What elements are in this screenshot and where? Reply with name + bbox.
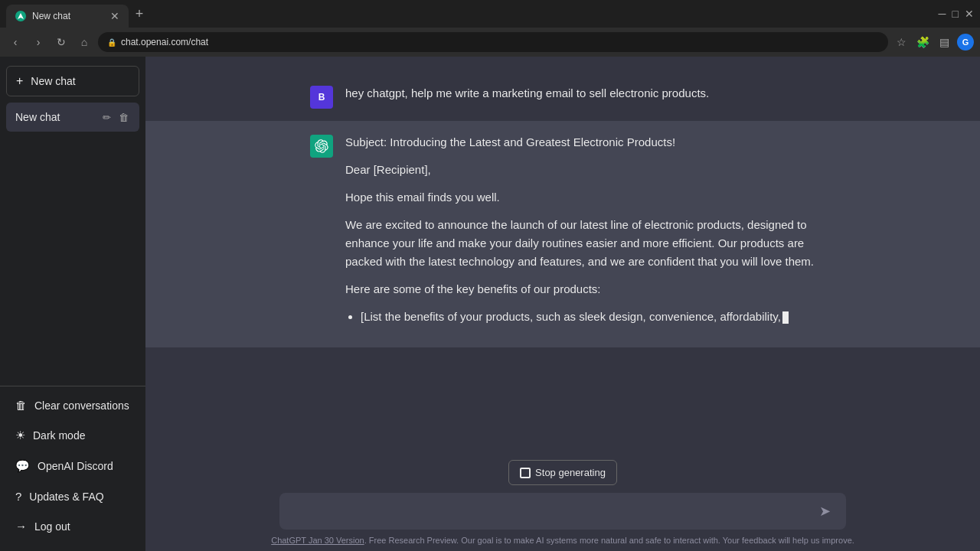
faq-label: Updates & FAQ	[29, 491, 103, 503]
logout-label: Log out	[34, 520, 70, 533]
assistant-message-content: Subject: Introducing the Latest and Grea…	[345, 133, 815, 335]
typing-cursor	[782, 311, 789, 324]
toolbar-icons: ☆ 🧩 ▤ G	[893, 34, 974, 51]
assistant-message-wrapper: Subject: Introducing the Latest and Grea…	[264, 133, 861, 335]
window-controls: ─ □ ✕	[326, 8, 974, 20]
assistant-para-2: We are excited to announce the launch of…	[345, 216, 815, 271]
input-row: ➤	[279, 493, 846, 530]
user-message-wrapper: B hey chatgpt, help me write a marketing…	[264, 84, 861, 109]
active-tab[interactable]: New chat ✕	[6, 5, 129, 28]
chat-item-label: New chat	[15, 111, 93, 123]
sidebar-toggle-icon[interactable]: ▤	[936, 34, 952, 51]
plus-icon: +	[16, 74, 23, 88]
sidebar-bottom: 🗑 Clear conversations ☀ Dark mode 💬 Open…	[0, 386, 145, 545]
question-icon: ?	[15, 490, 21, 503]
new-chat-button[interactable]: + New chat	[6, 66, 139, 96]
send-icon: ➤	[819, 503, 831, 520]
app-layout: + New chat New chat ✏ 🗑 🗑 Clear conversa…	[0, 57, 980, 551]
stop-generating-label: Stop generating	[535, 467, 606, 478]
edit-chat-button[interactable]: ✏	[100, 110, 113, 124]
chat-item-actions: ✏ 🗑	[100, 110, 130, 124]
assistant-avatar	[310, 135, 333, 158]
chat-list: New chat ✏ 🗑	[0, 99, 145, 386]
footer-text: ChatGPT Jan 30 Version. Free Research Pr…	[161, 536, 965, 545]
footer-description: . Free Research Preview. Our goal is to …	[364, 536, 854, 545]
main-content: B hey chatgpt, help me write a marketing…	[145, 57, 980, 551]
user-message-content: hey chatgpt, help me write a marketing e…	[345, 84, 815, 109]
lock-icon: 🔒	[107, 38, 116, 47]
new-chat-label: New chat	[31, 75, 75, 87]
chat-list-item[interactable]: New chat ✏ 🗑	[6, 103, 139, 132]
assistant-para-1: Hope this email finds you well.	[345, 188, 815, 207]
chat-input[interactable]	[290, 502, 806, 520]
refresh-button[interactable]: ↻	[52, 33, 70, 51]
assistant-subject: Subject: Introducing the Latest and Grea…	[345, 133, 815, 152]
user-message-text: hey chatgpt, help me write a marketing e…	[345, 84, 815, 103]
new-tab-button[interactable]: +	[129, 3, 150, 24]
user-avatar-label: B	[318, 92, 325, 103]
close-window-icon: ✕	[965, 8, 974, 20]
sun-icon: ☀	[15, 429, 25, 442]
address-bar-row: ‹ › ↻ ⌂ 🔒 chat.openai.com/chat ☆ 🧩 ▤ G	[0, 28, 980, 57]
faq-button[interactable]: ? Updates & FAQ	[6, 482, 139, 510]
extensions-icon[interactable]: 🧩	[914, 34, 931, 51]
user-message-row: B hey chatgpt, help me write a marketing…	[145, 72, 980, 121]
assistant-bullet-list: [List the benefits of your products, suc…	[361, 308, 815, 326]
tab-favicon	[15, 11, 26, 21]
assistant-para-0: Dear [Recipient],	[345, 161, 815, 179]
tab-close-button[interactable]: ✕	[110, 11, 119, 21]
assistant-para-3: Here are some of the key benefits of our…	[345, 280, 815, 298]
url-text: chat.openai.com/chat	[121, 37, 879, 47]
trash-icon: 🗑	[15, 399, 27, 412]
chat-area: B hey chatgpt, help me write a marketing…	[145, 57, 980, 451]
stop-icon	[520, 468, 531, 478]
clear-conversations-button[interactable]: 🗑 Clear conversations	[6, 391, 139, 419]
dark-mode-button[interactable]: ☀ Dark mode	[6, 421, 139, 450]
browser-chrome: New chat ✕ + ─ □ ✕ ‹ › ↻ ⌂ 🔒 chat.openai…	[0, 0, 980, 57]
discord-icon: 💬	[15, 459, 30, 473]
sidebar: + New chat New chat ✏ 🗑 🗑 Clear conversa…	[0, 57, 145, 551]
user-avatar: B	[310, 86, 333, 109]
bullet-text: [List the benefits of your products, suc…	[361, 310, 781, 323]
discord-button[interactable]: 💬 OpenAI Discord	[6, 452, 139, 481]
address-bar[interactable]: 🔒 chat.openai.com/chat	[98, 32, 888, 52]
assistant-bullet-item: [List the benefits of your products, suc…	[361, 308, 815, 326]
minimize-icon: ─	[939, 8, 946, 20]
discord-label: OpenAI Discord	[38, 460, 113, 472]
restore-icon: □	[952, 8, 959, 20]
dark-mode-label: Dark mode	[33, 429, 85, 442]
bottom-bar: Stop generating ➤ ChatGPT Jan 30 Version…	[145, 451, 980, 551]
chrome-user-avatar[interactable]: G	[957, 34, 974, 51]
tab-title: New chat	[32, 11, 104, 21]
back-button[interactable]: ‹	[6, 33, 24, 51]
forward-button[interactable]: ›	[29, 33, 47, 51]
bookmark-icon[interactable]: ☆	[893, 34, 910, 51]
clear-conversations-label: Clear conversations	[34, 399, 129, 412]
home-button[interactable]: ⌂	[75, 33, 93, 51]
stop-generating-wrap: Stop generating	[161, 460, 965, 485]
stop-generating-button[interactable]: Stop generating	[508, 460, 617, 485]
tab-bar: New chat ✕ + ─ □ ✕	[0, 0, 980, 28]
send-button[interactable]: ➤	[814, 500, 835, 522]
footer-link[interactable]: ChatGPT Jan 30 Version	[271, 536, 364, 545]
delete-chat-button[interactable]: 🗑	[116, 110, 130, 124]
assistant-message-row: Subject: Introducing the Latest and Grea…	[145, 121, 980, 347]
logout-button[interactable]: → Log out	[6, 512, 139, 540]
logout-icon: →	[15, 520, 27, 533]
